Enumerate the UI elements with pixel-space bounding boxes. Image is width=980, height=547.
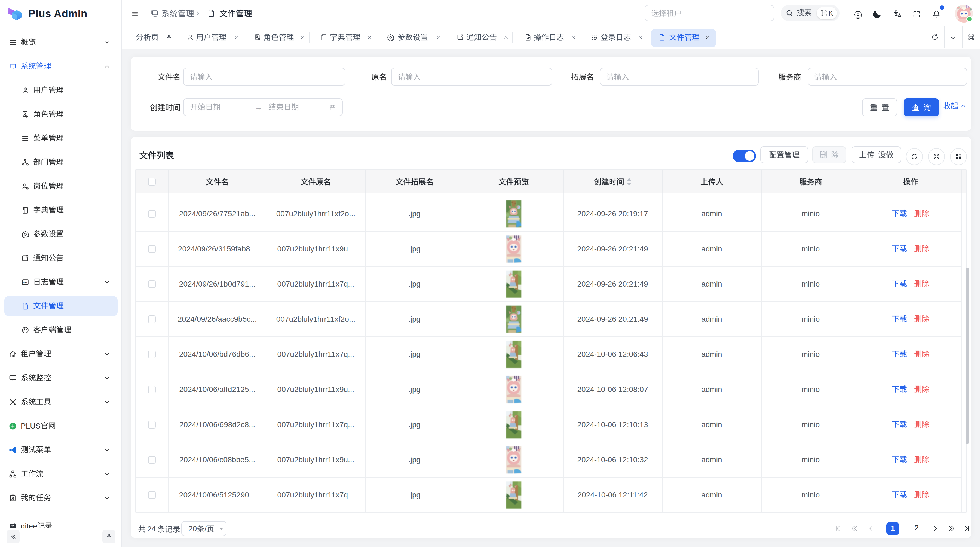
svg-text:DEV: DEV (23, 281, 28, 284)
